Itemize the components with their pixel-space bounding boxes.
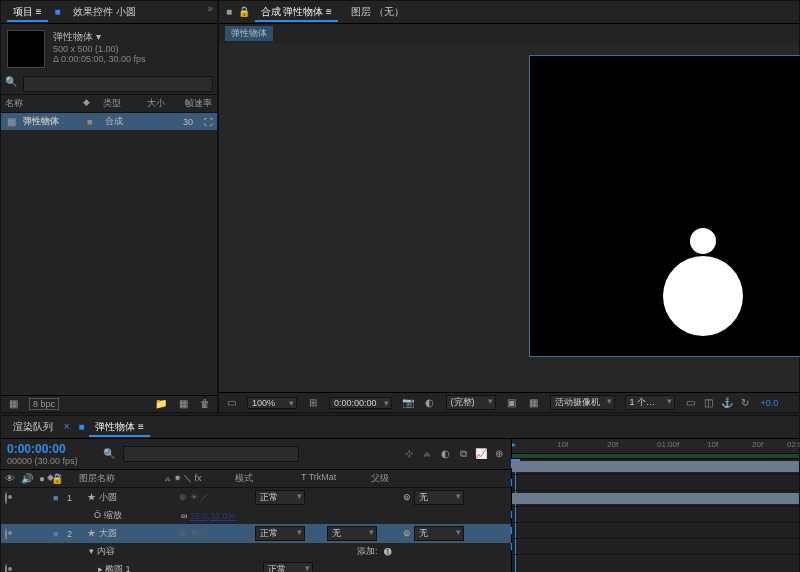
col-trkmat[interactable]: T TrkMat: [301, 472, 371, 485]
parent-dropdown[interactable]: 无: [414, 526, 464, 541]
project-columns-header: 名称 ◆ 类型 大小 帧速率: [1, 95, 217, 113]
label-color-icon[interactable]: ■: [53, 529, 61, 539]
resolution-dropdown[interactable]: (完整): [446, 395, 496, 410]
project-search-input[interactable]: [23, 76, 213, 92]
add-button-icon[interactable]: ➊: [384, 547, 392, 557]
timeline-search-icon[interactable]: 🔍: [103, 448, 115, 460]
col-size[interactable]: 大小: [147, 97, 177, 110]
group-row-contents[interactable]: ▾ 内容 添加: ➊: [1, 543, 511, 560]
tab-render-queue[interactable]: 渲染队列: [5, 418, 61, 436]
eye-icon[interactable]: [5, 528, 7, 540]
project-item-row[interactable]: ▦ 弹性物体 ■ 合成 30 ⛶: [1, 113, 217, 130]
col-number[interactable]: #: [57, 472, 62, 482]
new-folder-icon[interactable]: 📁: [155, 398, 167, 410]
trkmat-dropdown[interactable]: 无: [327, 526, 377, 541]
magnification-dropdown[interactable]: 100%: [247, 397, 297, 409]
col-switches[interactable]: ஃ ☀ ＼ fx: [165, 472, 235, 485]
blend-mode-dropdown[interactable]: 正常: [255, 526, 305, 541]
scale-value[interactable]: 32.0,32.0%: [190, 511, 236, 521]
timeline-graph[interactable]: ▸ 10f 20f 01:00f 10f 20f 02:00f Ⅰ Ⅰ Ⅰ Ⅰ: [512, 439, 799, 572]
col-eye-icon[interactable]: 👁: [5, 473, 15, 485]
col-name[interactable]: 名称: [5, 97, 75, 110]
transparency-icon[interactable]: ▦: [528, 397, 540, 409]
layer-row-2[interactable]: ■ 2 ★ 大圆 ⊕ ☀ ／ 正常 无 ⊚ 无: [1, 524, 511, 543]
snapshot-icon[interactable]: 📷: [402, 397, 414, 409]
preview-time[interactable]: 0:00:00:00: [329, 397, 392, 409]
vt-icon-3[interactable]: ⚓: [721, 397, 733, 409]
tab-project[interactable]: 项目 ≡: [5, 3, 50, 21]
vt-icon-2[interactable]: ◫: [703, 397, 715, 409]
shape-mode-dropdown[interactable]: 正常: [263, 562, 313, 572]
project-footer: ▦ 8 bpc 📁 ▦ 🗑: [1, 395, 217, 412]
comp-name-dropdown-icon[interactable]: ▾: [96, 31, 101, 42]
composition-viewer[interactable]: [219, 43, 799, 392]
viewer-pin-icon[interactable]: ■: [223, 6, 235, 18]
property-row-scale[interactable]: Ŏ 缩放 ∞ 32.0,32.0%: [1, 507, 511, 524]
magnify-icon[interactable]: ▭: [225, 397, 237, 409]
comp-size: 500 x 500 (1.00): [53, 44, 146, 54]
col-mode[interactable]: 模式: [235, 472, 301, 485]
tl-tool-6[interactable]: ⊕: [493, 448, 505, 460]
link-icon[interactable]: ∞: [181, 511, 187, 521]
vt-icon-4[interactable]: ↻: [739, 397, 751, 409]
camera-dropdown[interactable]: 活动摄像机: [550, 395, 615, 410]
panel-menu-icon[interactable]: »: [207, 3, 213, 14]
channel-icon[interactable]: ◐: [424, 397, 436, 409]
roi-icon[interactable]: ▣: [506, 397, 518, 409]
layer-bar-1[interactable]: [512, 461, 799, 472]
item-menu-icon[interactable]: ⛶: [204, 117, 213, 127]
tl-tool-4[interactable]: ⧉: [457, 448, 469, 460]
col-speaker-icon[interactable]: 🔊: [21, 473, 33, 485]
grid-icon[interactable]: ⊞: [307, 397, 319, 409]
layer-name[interactable]: 大圆: [99, 528, 117, 538]
new-comp-icon[interactable]: ▦: [177, 398, 189, 410]
tab-timeline-comp[interactable]: 弹性物体 ≡: [87, 418, 152, 436]
eye-icon[interactable]: [5, 492, 7, 504]
col-parent[interactable]: 父级: [371, 472, 389, 485]
blend-mode-dropdown[interactable]: 正常: [255, 490, 305, 505]
bpc-toggle[interactable]: 8 bpc: [29, 398, 59, 410]
views-dropdown[interactable]: 1 个…: [625, 395, 675, 410]
col-solo-icon[interactable]: ●: [39, 473, 45, 485]
col-layer-name[interactable]: 图层名称: [79, 472, 165, 485]
comp-thumbnail[interactable]: [7, 30, 45, 68]
timeline-search-input[interactable]: [123, 446, 299, 462]
tab-composition[interactable]: 合成 弹性物体 ≡: [253, 3, 340, 21]
breadcrumb-item[interactable]: 弹性物体: [225, 26, 273, 41]
viewer-lock-icon[interactable]: 🔒: [238, 6, 250, 17]
keyframe-icon[interactable]: Ⅰ: [510, 477, 513, 488]
comp-name[interactable]: 弹性物体: [53, 31, 93, 42]
layer-row-1[interactable]: ■ 1 ★ 小圆 ⊕ ☀ ／ 正常 ⊚ 无: [1, 488, 511, 507]
layer-bar-2[interactable]: [512, 493, 799, 504]
keyframe-icon[interactable]: Ⅰ: [510, 541, 513, 552]
comp-duration: Δ 0:00:05:00, 30.00 fps: [53, 54, 146, 64]
col-fps[interactable]: 帧速率: [185, 97, 212, 110]
keyframe-icon[interactable]: Ⅰ: [510, 509, 513, 520]
tl-tool-3[interactable]: ◐: [439, 448, 451, 460]
label-color-icon[interactable]: ■: [53, 493, 61, 503]
tab-layer-none[interactable]: 图层 （无）: [343, 3, 412, 21]
layer-name[interactable]: 小圆: [99, 492, 117, 502]
shy-icon[interactable]: ஃ: [421, 448, 433, 460]
group-ellipse-label: 椭圆 1: [105, 564, 131, 572]
parent-dropdown[interactable]: 无: [414, 490, 464, 505]
vt-icon-1[interactable]: ▭: [685, 397, 697, 409]
keyframe-icon[interactable]: Ⅰ: [510, 525, 513, 536]
interpret-icon[interactable]: ▦: [7, 398, 19, 410]
col-type[interactable]: 类型: [103, 97, 139, 110]
trash-icon[interactable]: 🗑: [199, 398, 211, 410]
eye-icon[interactable]: [5, 564, 7, 573]
exposure-value[interactable]: +0.0: [761, 398, 779, 408]
shape-large-circle[interactable]: [663, 256, 743, 336]
col-label-icon[interactable]: ◆: [83, 97, 95, 110]
tl-tool-1[interactable]: ⊹: [403, 448, 415, 460]
tab-effect-controls[interactable]: 效果控件 小圆: [65, 3, 144, 21]
time-ruler[interactable]: ▸ 10f 20f 01:00f 10f 20f 02:00f: [512, 439, 799, 454]
comp-canvas[interactable]: [529, 55, 800, 357]
search-icon[interactable]: 🔍: [5, 76, 17, 88]
shape-layer-icon: ★: [87, 492, 99, 502]
group-row-ellipse[interactable]: ▸ 椭圆 1 正常: [1, 560, 511, 572]
current-timecode[interactable]: 0:00:00:00: [7, 442, 95, 456]
shape-small-circle[interactable]: [690, 228, 716, 254]
graph-editor-icon[interactable]: 📈: [475, 448, 487, 460]
